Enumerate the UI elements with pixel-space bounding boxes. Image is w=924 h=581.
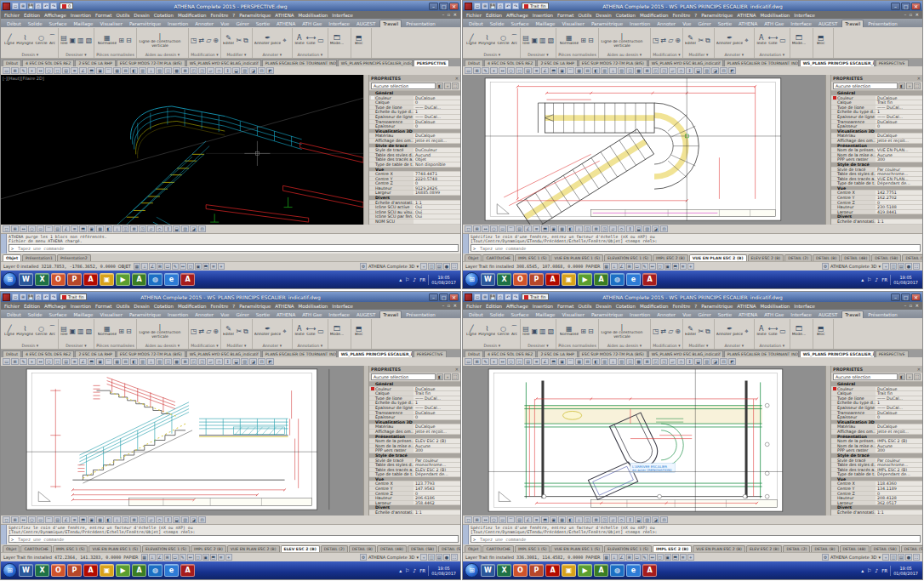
ribbon-tool[interactable]: ○Cercle — [35, 325, 47, 337]
ribbon-tool[interactable]: ╱Ligne — [4, 325, 14, 337]
toolbar-icon[interactable]: ▤ — [62, 358, 70, 365]
toolbar-icon[interactable]: ✎ — [20, 358, 27, 365]
qat-icon[interactable]: ↶ — [43, 293, 49, 300]
taskbar-app-icon[interactable]: W — [481, 564, 495, 577]
toolbar-icon[interactable]: ⬒ — [541, 225, 549, 232]
taskbar-app-icon[interactable]: ◍ — [610, 273, 625, 286]
property-value[interactable]: 1:1 — [876, 219, 922, 224]
ribbon-tool[interactable]: ✎Éditer — [685, 34, 696, 46]
ribbon-tool[interactable]: ○Cercle — [35, 34, 47, 46]
ribbon-tab[interactable]: Gérer — [695, 311, 713, 318]
workspace-gear-icon[interactable]: ⚙ — [822, 554, 829, 561]
minimize-button[interactable]: – — [429, 3, 438, 10]
layout-tab[interactable]: DETAIL (B) — [349, 545, 376, 552]
toolbar-icon[interactable]: ≡ — [533, 516, 540, 523]
palette-close-icon[interactable]: ✕ — [455, 367, 459, 372]
toolbar-icon[interactable]: ∠ — [62, 225, 70, 232]
ribbon-tool[interactable]: ⬒Bloc — [817, 325, 825, 337]
property-value[interactable]: 1:1 — [876, 510, 922, 515]
ribbon-panel-caption[interactable]: Modifier ▾ — [223, 52, 250, 58]
status-right-icon[interactable]: ＋ — [420, 263, 427, 270]
property-value[interactable]: 0 — [414, 492, 460, 496]
toolbar-icon[interactable]: ◳ — [660, 358, 668, 365]
taskbar-app-icon[interactable]: P — [529, 273, 544, 286]
toolbar-icon[interactable]: ▨ — [618, 67, 625, 74]
property-value[interactable]: IMPL ESC 2 (B) — [876, 439, 922, 443]
ribbon-panel-caption[interactable]: Aides au dessin ▾ — [601, 52, 648, 58]
toolbar-icon[interactable]: ↕ — [164, 225, 172, 232]
status-toggle-icon[interactable]: ⟂ — [149, 554, 156, 561]
toolbar-icon[interactable]: ◫ — [584, 516, 591, 523]
toolbar-icon[interactable]: ▤ — [62, 67, 70, 74]
start-button[interactable]: ⊞ — [465, 272, 479, 287]
toolbar-icon[interactable]: ▧ — [643, 225, 651, 232]
file-tab[interactable]: WS_PLANS HYD ESC BLAG_indicatif — [186, 60, 261, 66]
layout-tab[interactable]: Objet — [465, 254, 482, 261]
toolbar-icon[interactable]: ▣ — [96, 358, 104, 365]
property-value[interactable]: 16885.0899 — [414, 191, 460, 195]
taskbar-app-icon[interactable]: P — [529, 564, 544, 577]
toolbar-icon[interactable]: ▱ — [609, 516, 617, 523]
ribbon-tool[interactable]: ▦Normalisé — [560, 34, 579, 46]
property-value[interactable]: 134.1189 — [876, 487, 922, 491]
selection-dropdown[interactable]: Aucune sélection — [371, 83, 436, 89]
menu-item[interactable]: Paramétrique — [701, 304, 733, 309]
ribbon-tab[interactable]: Solide — [488, 20, 507, 27]
command-palette-grip[interactable] — [1, 525, 7, 544]
menu-item[interactable]: Modification — [640, 304, 669, 309]
property-value[interactable]: 0 — [876, 415, 922, 419]
ribbon-panel-caption[interactable] — [353, 343, 369, 349]
toolbar-icon[interactable]: ↔ — [499, 358, 506, 365]
ribbon-tool[interactable]: 🗔Mode... — [792, 325, 807, 337]
toolbar-icon[interactable]: ▧ — [181, 516, 189, 523]
property-value[interactable]: Aucune — [876, 444, 922, 448]
ribbon-tab[interactable]: Insertion — [627, 311, 653, 318]
menu-item[interactable]: Modification — [178, 13, 207, 18]
taskbar-app-icon[interactable]: ▣ — [100, 273, 114, 286]
workspace-label[interactable]: ATHENA Complete 3D — [368, 555, 414, 560]
select-objects-icon[interactable]: ＋ — [906, 83, 913, 89]
ribbon-tool[interactable]: ✎Éditer — [685, 325, 696, 337]
property-value[interactable] — [414, 219, 460, 224]
window-titlebar[interactable]: ▭⊞💾⎙↶↷ Trait fin ATHENA Complete 2015 - … — [1, 292, 460, 302]
ribbon-tab[interactable]: Visualiser — [97, 311, 124, 318]
property-value[interactable]: 0 — [876, 201, 922, 205]
taskbar-clock[interactable]: 19:05 01/08/2017 — [428, 566, 459, 576]
ribbon-panel-caption[interactable]: Dessiner ▾ — [522, 52, 555, 58]
toolbar-icon[interactable]: ○ — [28, 225, 36, 232]
menu-item[interactable]: Interface — [332, 304, 353, 309]
toolbar-icon[interactable]: ◫ — [164, 67, 172, 74]
ribbon-tab[interactable]: AUGEST — [354, 311, 378, 318]
ribbon-tab[interactable]: Début — [466, 20, 486, 27]
command-palette-grip[interactable] — [463, 234, 469, 253]
status-space-mode[interactable]: PAPIER — [585, 264, 600, 269]
maximize-button[interactable]: ▢ — [901, 3, 910, 10]
ribbon-tool[interactable]: ❘Ligne de construction verticale — [139, 323, 181, 339]
property-value[interactable]: 300 — [414, 448, 460, 453]
ribbon-tool[interactable]: ⌖ — [282, 37, 287, 44]
ribbon-tab[interactable]: ATH Gse — [299, 20, 324, 27]
menu-item[interactable]: ? — [232, 13, 235, 18]
status-toggle-icon[interactable]: ⬒ — [672, 263, 679, 270]
property-value[interactable]: Aucund — [414, 153, 460, 157]
quick-select-icon[interactable]: ⛶ — [452, 373, 459, 380]
drawing-canvas[interactable]: [-][Haut][Filaire 2D] — [1, 75, 363, 225]
ribbon-tab[interactable]: Sortie — [716, 311, 734, 318]
property-value[interactable]: 300 — [876, 157, 922, 162]
toolbar-icon[interactable]: ◫ — [584, 225, 591, 232]
ribbon-tool[interactable]: ╱Ligne — [4, 34, 14, 46]
status-toggle-icon[interactable]: ↔ — [187, 554, 194, 561]
toolbar-icon[interactable]: ◻ — [54, 358, 61, 365]
toolbar-icon[interactable]: ⬓ — [635, 225, 642, 232]
toolbar-icon[interactable]: ↔ — [482, 225, 489, 232]
toolbar-icon[interactable]: ∠ — [541, 67, 549, 74]
ribbon-tool[interactable]: ⊟ — [126, 328, 132, 335]
file-tab[interactable]: PERSPECTIVE — [876, 60, 909, 66]
property-value[interactable]: DuCalque — [876, 134, 922, 138]
toolbar-icon[interactable]: ◪ — [249, 358, 257, 365]
ribbon-tool[interactable]: ◳ — [653, 328, 659, 335]
menu-item[interactable]: ATHENA — [275, 13, 294, 18]
toolbar-icon[interactable]: ⬓ — [232, 358, 240, 365]
ribbon-tool[interactable]: ⊕ — [213, 328, 219, 335]
status-right-icon[interactable]: ▤ — [436, 554, 442, 561]
